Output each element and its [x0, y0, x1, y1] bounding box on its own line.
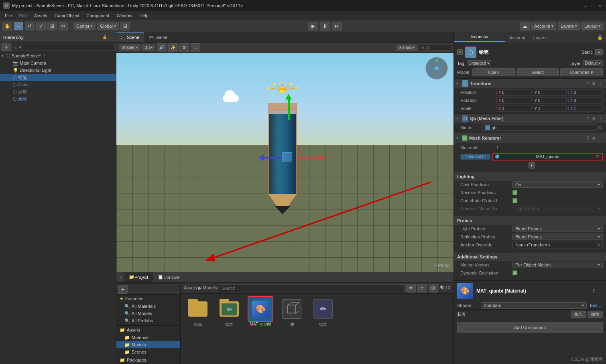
contribute-global-check[interactable]: ✓ — [512, 198, 517, 203]
settings-btn[interactable]: ⚙ — [429, 284, 438, 293]
insp-lock-icon[interactable]: 🔓 — [594, 32, 606, 43]
tab-game[interactable]: 🎮 Game — [144, 32, 172, 42]
hier-qianbi[interactable]: ⬡ 铅笔 — [0, 74, 116, 81]
pos-z-field[interactable]: Z0 — [568, 89, 603, 96]
tool-rotate[interactable]: ↺ — [25, 22, 35, 31]
mf-settings[interactable]: ⚙ — [591, 116, 596, 121]
proj-packages-folder[interactable]: 📁 Packages — [116, 356, 180, 364]
scene-settings[interactable]: ⚙ — [179, 43, 189, 52]
pencil-scene-object[interactable] — [258, 86, 307, 214]
mr-settings[interactable]: ⚙ — [591, 136, 596, 140]
hierarchy-search[interactable] — [12, 44, 114, 50]
tab-console[interactable]: 📋 Console — [153, 272, 184, 282]
proj-all-models[interactable]: 🔍 All Models — [116, 310, 180, 317]
maximize-btn[interactable]: □ — [590, 3, 596, 8]
receive-global-dropdown[interactable]: Light Probes — [512, 205, 603, 212]
motion-vectors-dropdown[interactable]: Per Object Motion — [512, 262, 603, 268]
proj-materials-folder[interactable]: 📁 Materials — [116, 334, 180, 341]
hier-maincamera[interactable]: 📷 Main Camera — [0, 59, 116, 67]
titlebar-controls[interactable]: — □ × — [583, 3, 603, 8]
proj-models-folder[interactable]: 📁 Models — [116, 341, 180, 348]
hier-cube[interactable]: ⬡ Cube — [0, 81, 116, 88]
meshrenderer-header[interactable]: ▾ ✓ Mesh Renderer ? ⚙ ⋮ — [454, 133, 606, 143]
gizmos-dropdown[interactable]: Gizmos — [396, 45, 417, 51]
project-add-btn[interactable]: + — [118, 285, 128, 294]
layout-dropdown[interactable]: Layout — [582, 22, 604, 30]
play-button[interactable]: ▶ — [308, 22, 318, 31]
proj-all-materials[interactable]: 🔍 All Materials — [116, 303, 180, 310]
mat-add-btn[interactable]: + — [529, 162, 535, 169]
shader-edit-btn[interactable]: Edit... — [588, 303, 603, 308]
scene-extra[interactable]: ≡ — [191, 43, 200, 52]
account-tab[interactable]: Account — [505, 32, 529, 43]
project-search-input[interactable] — [219, 284, 405, 292]
meshfilter-header[interactable]: ▾ ⬡ Qb (Mesh Filter) ? ⚙ ⋮ — [454, 114, 606, 123]
menu-component[interactable]: Component — [83, 12, 112, 19]
proj-all-prefabs[interactable]: 🔍 All Prefabs — [116, 317, 180, 324]
rot-y-field[interactable]: Y0 — [533, 98, 567, 104]
cast-shadows-dropdown[interactable]: On — [512, 181, 603, 188]
hier-shuijing[interactable]: ⬡ 水晶 — [0, 96, 116, 103]
tool-rect[interactable]: ⊞ — [47, 22, 57, 31]
static-dropdown[interactable]: ▾ — [595, 49, 603, 55]
mf-menu[interactable]: ⋮ — [598, 116, 604, 121]
sc-y-field[interactable]: Y1 — [533, 106, 567, 112]
menu-help[interactable]: Help — [136, 12, 152, 19]
transform-help-btn[interactable]: ? — [586, 81, 590, 86]
menu-file[interactable]: File — [2, 12, 15, 19]
open-btn[interactable]: Open — [472, 68, 515, 76]
rot-z-field[interactable]: Z0 — [568, 98, 603, 104]
layers-dropdown[interactable]: Layers — [558, 22, 580, 30]
sc-z-field[interactable]: Z1 — [568, 106, 603, 112]
tool-transform[interactable]: ✂ — [59, 22, 68, 31]
layers-tab[interactable]: Layers — [529, 32, 551, 43]
account-dropdown[interactable]: Account — [531, 22, 556, 30]
collab-btn[interactable]: ☁ — [520, 22, 530, 31]
tag-select[interactable]: Untagged — [467, 60, 491, 66]
bottom-panel-icons[interactable]: ⋮ — [443, 272, 453, 282]
view-panel-menu[interactable]: ⋮ — [443, 32, 453, 42]
audio-btn[interactable]: 🔊 — [157, 43, 167, 52]
transform-header[interactable]: ▾ ↔ Transform ? ⚙ ⋮ — [454, 79, 606, 88]
mr-active[interactable]: ✓ — [462, 135, 468, 141]
revert-btn[interactable]: 撤销 — [588, 311, 603, 318]
hier-fengshan[interactable]: ⬡ 风扇 — [0, 88, 116, 96]
scene-viewport[interactable]: x y z < Persp — [116, 53, 453, 272]
pos-y-field[interactable]: Y0 — [533, 89, 567, 96]
tool-move[interactable]: ↔ — [14, 22, 23, 31]
transform-menu-btn[interactable]: ⋮ — [598, 81, 604, 86]
overrides-btn[interactable]: Overrides ▾ — [560, 68, 603, 76]
step-button[interactable]: ⏭ — [332, 22, 342, 31]
checkin-btn[interactable]: 签入 — [571, 311, 586, 318]
shading-dropdown[interactable]: Shaded — [119, 45, 140, 51]
snap-btn[interactable]: ⊟ — [120, 22, 130, 31]
star-btn[interactable]: ☆ — [417, 284, 427, 293]
file-qb-mesh[interactable]: qb — [278, 297, 306, 327]
global-dropdown[interactable]: Global — [97, 22, 119, 30]
mat-target-btn[interactable]: ⊙ — [596, 154, 600, 159]
obj-active-checkbox[interactable]: ✓ — [457, 49, 463, 55]
reflection-probes-dropdown[interactable]: Blend Probes — [512, 234, 603, 240]
mat-value-field[interactable]: MAT_qianbi ⊙ — [492, 153, 603, 161]
mesh-target-btn[interactable]: ⊙ — [596, 124, 603, 131]
rotation-gizmo[interactable]: x y z — [425, 57, 449, 81]
dynamic-occlusion-check[interactable]: ✓ — [512, 270, 517, 275]
light-probes-dropdown[interactable]: Blend Probes — [512, 226, 603, 232]
center-dropdown[interactable]: Center — [73, 22, 96, 30]
hier-menu-icon[interactable]: ⋮ — [43, 54, 46, 58]
layer-select[interactable]: Default — [583, 60, 603, 66]
transform-settings-btn[interactable]: ⚙ — [591, 81, 596, 86]
mf-help[interactable]: ? — [586, 116, 590, 121]
add-component-btn[interactable]: Add Component — [457, 322, 603, 333]
scene-search[interactable] — [419, 45, 451, 51]
file-mat-qianbi[interactable]: 🎨 MAT_qianbi — [246, 297, 275, 327]
shader-dropdown[interactable]: Standard — [481, 302, 587, 309]
mat-menu-btn[interactable]: ⋮ — [597, 289, 603, 293]
minimize-btn[interactable]: — — [583, 3, 588, 8]
favorites-header[interactable]: ★ Favorites — [116, 295, 180, 303]
tab-scene[interactable]: ⛶ Scene — [116, 32, 144, 42]
anchor-override-field[interactable]: None (Transform) ⊙ — [512, 242, 603, 248]
inspector-tab[interactable]: Inspector — [454, 32, 505, 42]
eye-btn[interactable]: 👁 — [406, 284, 416, 293]
menu-gameobject[interactable]: GameObject — [51, 12, 83, 19]
